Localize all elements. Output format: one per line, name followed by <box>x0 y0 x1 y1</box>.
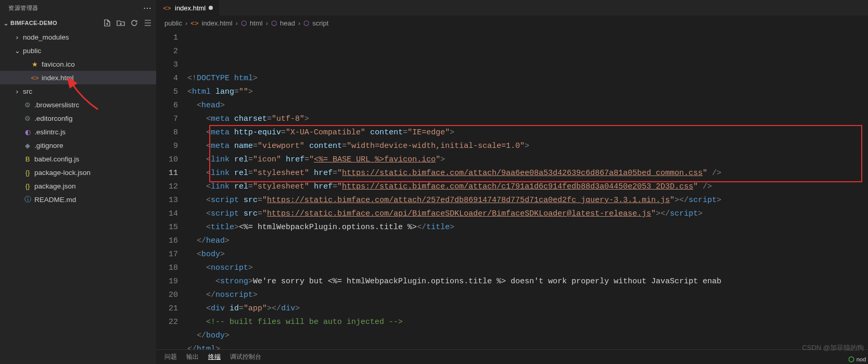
code-line[interactable]: <strong>We're sorry but <%= htmlWebpackP… <box>187 275 868 288</box>
tree-item--editorconfig[interactable]: ⚙.editorconfig <box>0 111 156 125</box>
file-label: README.md <box>34 196 76 204</box>
code-line[interactable]: <!-- built files will be auto injected -… <box>187 316 868 329</box>
code-line[interactable]: <head> <box>187 99 868 112</box>
file-label: package-lock.json <box>34 169 91 177</box>
file-icon: ◆ <box>23 142 32 149</box>
breadcrumb-icon: ⬡ <box>241 19 247 27</box>
line-number: 8 <box>156 126 178 140</box>
project-left: ⌄ BIMFACE-DEMO <box>2 19 57 27</box>
editor[interactable]: 12345678910111213141516171819202122 <!DO… <box>156 30 868 349</box>
panel-tab-终端[interactable]: 终端 <box>208 353 221 361</box>
code-line[interactable]: </noscript> <box>187 288 868 302</box>
editor-area: <> index.html public›<>index.html›⬡html›… <box>156 0 868 364</box>
code-line[interactable]: <meta charset="utf-8"> <box>187 112 868 126</box>
tree-item--gitignore[interactable]: ◆.gitignore <box>0 139 156 152</box>
code-line[interactable]: </body> <box>187 329 868 343</box>
panel-tab-问题[interactable]: 问题 <box>164 353 177 361</box>
breadcrumb-segment[interactable]: public <box>164 19 182 27</box>
line-number: 11 <box>156 167 178 180</box>
file-label: babel.config.js <box>34 155 79 163</box>
breadcrumb-segment[interactable]: script <box>312 19 328 27</box>
code-line[interactable]: <meta http-equiv="X-UA-Compatible" conte… <box>187 126 868 140</box>
modified-dot-icon <box>209 6 213 10</box>
new-folder-icon[interactable] <box>117 19 125 27</box>
tree-item-index-html[interactable]: <>index.html <box>0 71 156 84</box>
code-line[interactable]: <meta name="viewport" content="width=dev… <box>187 140 868 153</box>
file-icon: ⚙ <box>23 115 32 122</box>
code-line[interactable]: <noscript> <box>187 261 868 275</box>
code-line[interactable]: <script src="https://static.bimface.com/… <box>187 194 868 207</box>
project-actions <box>103 19 152 27</box>
tab-index-html[interactable]: <> index.html <box>156 0 220 16</box>
code-line[interactable]: <body> <box>187 248 868 261</box>
line-gutter: 12345678910111213141516171819202122 <box>156 30 187 349</box>
chevron-down-icon: ⌄ <box>14 47 21 55</box>
tree-item-node-modules[interactable]: ›node_modules <box>0 30 156 44</box>
code-line[interactable]: <title><%= htmlWebpackPlugin.options.tit… <box>187 221 868 234</box>
chevron-right-icon: › <box>236 19 238 27</box>
line-number: 2 <box>156 45 178 58</box>
line-number: 1 <box>156 31 178 45</box>
explorer-sidebar: 资源管理器 ⋯ ⌄ BIMFACE-DEMO ›node_modules⌄pub… <box>0 0 156 364</box>
breadcrumb-icon: ⬡ <box>303 19 309 27</box>
line-number: 15 <box>156 221 178 234</box>
file-icon: ⚙ <box>23 101 32 109</box>
file-label: .eslintrc.js <box>34 128 66 136</box>
chevron-right-icon: › <box>266 19 268 27</box>
file-label: public <box>23 47 41 55</box>
collapse-icon[interactable] <box>144 19 152 27</box>
panel-tab-调试控制台[interactable]: 调试控制台 <box>230 353 261 361</box>
file-label: favicon.ico <box>42 60 75 68</box>
code-line[interactable]: </head> <box>187 234 868 248</box>
statusbar-fragment: nod <box>846 355 868 364</box>
breadcrumb-segment[interactable]: head <box>280 19 295 27</box>
tree-item--browserslistrc[interactable]: ⚙.browserslistrc <box>0 98 156 111</box>
code-area[interactable]: <!DOCTYPE html><html lang=""> <head> <me… <box>187 30 868 349</box>
file-icon: ◐ <box>23 128 32 136</box>
chevron-right-icon: › <box>298 19 300 27</box>
file-icon: ★ <box>30 60 40 68</box>
panel-tab-输出[interactable]: 输出 <box>186 353 199 361</box>
explorer-header: 资源管理器 ⋯ <box>0 0 156 16</box>
code-line[interactable]: <link rel="icon" href="<%= BASE_URL %>fa… <box>187 153 868 167</box>
tree-item-package-lock-json[interactable]: {}package-lock.json <box>0 166 156 179</box>
line-number: 9 <box>156 140 178 153</box>
line-number: 5 <box>156 85 178 99</box>
refresh-icon[interactable] <box>130 19 138 27</box>
code-line[interactable]: <div id="app"></div> <box>187 302 868 316</box>
tree-item--eslintrc-js[interactable]: ◐.eslintrc.js <box>0 125 156 139</box>
bottom-panel: 问题输出终端调试控制台 <box>156 349 868 364</box>
breadcrumb[interactable]: public›<>index.html›⬡html›⬡head›⬡script <box>156 16 868 30</box>
tree-item-favicon-ico[interactable]: ★favicon.ico <box>0 57 156 71</box>
tree-item-src[interactable]: ›src <box>0 84 156 98</box>
code-line[interactable]: <link rel="stylesheet" href="https://sta… <box>187 180 868 194</box>
more-icon[interactable]: ⋯ <box>143 3 152 13</box>
tree-item-readme-md[interactable]: ⓘREADME.md <box>0 193 156 206</box>
line-number: 19 <box>156 275 178 288</box>
line-number: 18 <box>156 261 178 275</box>
line-number: 16 <box>156 234 178 248</box>
code-line[interactable]: <html lang=""> <box>187 85 868 99</box>
breadcrumb-segment[interactable]: html <box>250 19 263 27</box>
status-text: nod <box>857 356 866 362</box>
tree-item-package-json[interactable]: {}package.json <box>0 179 156 193</box>
explorer-title: 资源管理器 <box>8 4 39 12</box>
line-number: 21 <box>156 302 178 316</box>
tree-item-public[interactable]: ⌄public <box>0 44 156 57</box>
code-line[interactable]: <link rel="stylesheet" href="https://sta… <box>187 167 868 180</box>
file-label: .gitignore <box>34 142 63 149</box>
project-header[interactable]: ⌄ BIMFACE-DEMO <box>0 16 156 30</box>
new-file-icon[interactable] <box>103 19 111 27</box>
line-number: 17 <box>156 248 178 261</box>
file-label: node_modules <box>23 33 69 41</box>
code-line[interactable]: <script src="https://static.bimface.com/… <box>187 207 868 221</box>
file-label: .browserslistrc <box>34 101 79 109</box>
breadcrumb-segment[interactable]: index.html <box>202 19 233 27</box>
line-number: 6 <box>156 99 178 112</box>
code-line[interactable]: </html> <box>187 343 868 349</box>
nodejs-icon <box>848 356 854 362</box>
code-line[interactable]: <!DOCTYPE html> <box>187 72 868 85</box>
tab-label: index.html <box>175 4 206 12</box>
tree-item-babel-config-js[interactable]: Bbabel.config.js <box>0 152 156 166</box>
line-number: 3 <box>156 58 178 72</box>
